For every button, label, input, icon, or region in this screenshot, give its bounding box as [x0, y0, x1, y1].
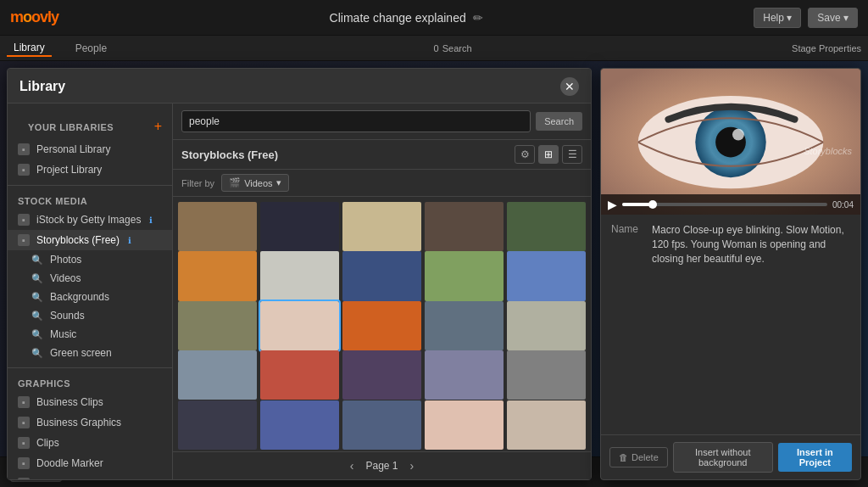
library-title: Library	[19, 79, 65, 94]
preview-video-content: Storyblocks	[601, 69, 860, 215]
help-button[interactable]: Help ▾	[754, 8, 801, 28]
edit-icon[interactable]: ✏	[473, 11, 483, 25]
project-title: Climate change explained	[330, 11, 466, 25]
storyblocks-title: Storyblocks (Free)	[181, 148, 278, 161]
graphs-icon: ▪	[18, 478, 30, 479]
media-thumb[interactable]	[178, 350, 257, 400]
media-thumb[interactable]	[260, 251, 339, 300]
media-thumb[interactable]	[425, 350, 504, 400]
media-thumb[interactable]	[507, 350, 586, 400]
sidebar-item-business-graphics[interactable]: ▪ Business Graphics	[8, 412, 172, 433]
media-thumb[interactable]	[507, 202, 586, 251]
sidebar-item-project-library[interactable]: ▪ Project Library	[8, 160, 172, 180]
svg-point-4	[732, 129, 744, 141]
library-header: Library ✕	[8, 69, 591, 104]
pagination: ‹ Page 1 ›	[173, 451, 591, 479]
media-thumb[interactable]	[178, 251, 257, 300]
media-thumb[interactable]	[178, 400, 257, 450]
istock-info-icon[interactable]: ℹ	[149, 216, 153, 225]
tab-people[interactable]: People	[69, 41, 114, 56]
search-icon-backgrounds: 🔍	[31, 291, 43, 303]
media-thumb[interactable]	[260, 400, 339, 450]
time-display: 00:04	[832, 200, 854, 210]
media-thumb[interactable]	[178, 202, 257, 251]
filter-value: Videos	[244, 178, 272, 188]
prev-page-button[interactable]: ‹	[345, 457, 359, 474]
project-library-label: Project Library	[36, 164, 102, 176]
logo: moovly	[10, 8, 58, 26]
media-thumb[interactable]	[178, 301, 257, 350]
list-view-button[interactable]: ☰	[562, 145, 582, 164]
progress-bar[interactable]	[622, 203, 827, 206]
filter-dropdown[interactable]: 🎬 Videos ▾	[221, 174, 288, 192]
search-icon-music: 🔍	[31, 328, 43, 340]
stage-properties-label[interactable]: Stage Properties	[792, 43, 861, 53]
sidebar-item-istock[interactable]: ▪ iStock by Getty Images ℹ	[8, 210, 172, 230]
delete-button[interactable]: 🗑 Delete	[609, 447, 668, 467]
preview-video: Storyblocks ▶ 00:04	[601, 69, 860, 215]
folder-icon-2: ▪	[18, 164, 30, 176]
media-thumb[interactable]	[342, 301, 421, 350]
media-thumb[interactable]	[260, 202, 339, 251]
sidebar-item-music[interactable]: 🔍 Music	[8, 325, 172, 344]
next-page-button[interactable]: ›	[405, 457, 420, 474]
name-row: Name Macro Close-up eye blinking. Slow M…	[611, 223, 850, 266]
sidebar-item-business-clips[interactable]: ▪ Business Clips	[8, 392, 172, 412]
sidebar-item-photos[interactable]: 🔍 Photos	[8, 250, 172, 269]
topbar-center: Climate change explained ✏	[330, 11, 483, 25]
media-thumb[interactable]	[507, 251, 586, 300]
media-thumb[interactable]	[342, 202, 421, 251]
media-thumb-selected[interactable]	[260, 301, 339, 350]
sidebar-item-sounds[interactable]: 🔍 Sounds	[8, 306, 172, 325]
media-thumb[interactable]	[507, 400, 586, 450]
sidebar-item-clips[interactable]: ▪ Clips	[8, 433, 172, 453]
clips-label: Clips	[36, 437, 59, 449]
your-libraries-title: Your Libraries	[18, 117, 124, 136]
search-button[interactable]: Search	[536, 112, 582, 131]
media-thumb[interactable]	[342, 251, 421, 300]
media-thumb[interactable]	[425, 251, 504, 300]
sidebar-item-videos[interactable]: 🔍 Videos	[8, 269, 172, 288]
preview-panel: Storyblocks ▶ 00:04 Name Macro Close-up …	[600, 68, 861, 480]
media-thumb[interactable]	[425, 202, 504, 251]
insert-in-project-button[interactable]: Insert in Project	[778, 443, 852, 472]
media-thumb[interactable]	[425, 400, 504, 450]
sidebar-item-backgrounds[interactable]: 🔍 Backgrounds	[8, 288, 172, 306]
media-thumb[interactable]	[260, 350, 339, 400]
doodle-icon: ▪	[18, 457, 30, 469]
search-icon-greenscreen: 🔍	[31, 347, 43, 359]
videos-label: Videos	[50, 272, 81, 284]
close-button[interactable]: ✕	[560, 77, 579, 96]
sidebar-item-personal-library[interactable]: ▪ Personal Library	[8, 139, 172, 160]
save-button[interactable]: Save ▾	[808, 8, 858, 28]
sidebar-item-graphs[interactable]: ▪ Graphs and Charts	[8, 473, 172, 479]
topbar: moovly Climate change explained ✏ Help ▾…	[0, 0, 868, 36]
add-library-plus-icon[interactable]: +	[154, 119, 162, 134]
graphs-label: Graphs and Charts	[36, 478, 122, 479]
watermark-text: Storyblocks	[804, 146, 852, 156]
sidebar-item-storyblocks[interactable]: ▪ Storyblocks (Free) ℹ	[8, 230, 172, 250]
storyblocks-info-icon[interactable]: ℹ	[128, 236, 131, 245]
eye-preview-image	[601, 69, 860, 215]
search-icon-photos: 🔍	[31, 254, 43, 266]
music-label: Music	[50, 328, 76, 340]
media-thumb[interactable]	[425, 301, 504, 350]
play-button[interactable]: ▶	[608, 198, 617, 211]
sidebar-item-doodle[interactable]: ▪ Doodle Marker	[8, 453, 172, 473]
grid-view-button[interactable]: ⊞	[538, 145, 559, 164]
tab-library[interactable]: Library	[7, 40, 52, 57]
media-thumb[interactable]	[342, 400, 421, 450]
insert-without-bg-button[interactable]: Insert without background	[673, 442, 773, 473]
sidebar-item-greenscreen[interactable]: 🔍 Green screen	[8, 344, 172, 362]
search-input[interactable]	[181, 110, 531, 132]
istock-label: iStock by Getty Images	[36, 214, 141, 226]
filter-bar: Filter by 🎬 Videos ▾	[173, 170, 591, 197]
your-libraries-section: Your Libraries +	[8, 112, 172, 139]
media-thumb[interactable]	[342, 350, 421, 400]
library-sidebar: Your Libraries + ▪ Personal Library ▪ Pr…	[8, 104, 173, 479]
filter-icon-btn[interactable]: ⚙	[515, 145, 535, 164]
clips-icon: ▪	[18, 437, 30, 449]
business-graphics-label: Business Graphics	[36, 417, 121, 428]
backgrounds-label: Backgrounds	[50, 291, 109, 303]
media-thumb[interactable]	[507, 301, 586, 350]
